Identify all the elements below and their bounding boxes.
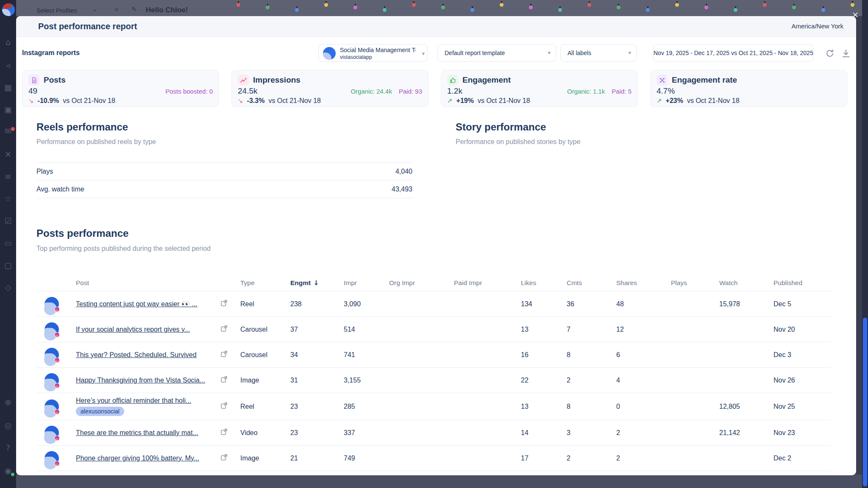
alerts-icon[interactable]: ◎: [0, 421, 16, 430]
cell-type: Image: [240, 377, 290, 384]
cell-published: Dec 2: [773, 455, 832, 462]
vista-social-logo[interactable]: [2, 3, 15, 16]
scrollbar-thumb[interactable]: [863, 318, 867, 486]
chart-icon: [238, 75, 249, 86]
column-header-published[interactable]: Published: [773, 279, 832, 287]
download-icon[interactable]: [841, 48, 851, 58]
post-link[interactable]: If your social analytics report gives y.…: [76, 326, 190, 333]
integrations-icon[interactable]: ◇: [0, 283, 16, 292]
sort-descending-icon: ↓: [313, 279, 319, 287]
metric-change: +19%: [456, 97, 474, 105]
metric-title: Engagement rate: [672, 75, 737, 85]
metric-value: 4.7%: [657, 86, 675, 96]
external-link-icon[interactable]: [220, 454, 228, 461]
chevron-down-icon: ▾: [628, 50, 631, 56]
external-link-icon[interactable]: [220, 376, 228, 383]
column-header-cmts[interactable]: Cmts: [567, 279, 616, 287]
post-link[interactable]: This year? Posted. Scheduled. Survived: [76, 351, 197, 359]
table-row: Testing content just got way easier 👀 ..…: [36, 291, 832, 317]
post-link[interactable]: Happy Thanksgiving from the Vista Socia.…: [76, 377, 205, 384]
cell-published: Nov 20: [773, 326, 832, 333]
table-row: This year? Posted. Scheduled. Survived C…: [36, 342, 832, 368]
notification-badge: [11, 127, 15, 131]
cell-published: Nov 25: [773, 403, 832, 410]
column-header-shares[interactable]: Shares: [616, 279, 671, 287]
edit-icon: ✎: [131, 6, 137, 13]
external-link-icon[interactable]: [220, 428, 228, 435]
greeting-text: Hello Chloe!: [146, 6, 188, 14]
cell-impressions: 749: [344, 455, 389, 462]
metric-extra-label: Paid: 5: [612, 88, 632, 95]
profile-select[interactable]: Social Media Management Toc ▾ vistasocia…: [318, 44, 428, 62]
cell-comments: 8: [567, 403, 616, 410]
column-header-watch[interactable]: Watch: [719, 279, 773, 287]
cell-type: Image: [240, 455, 290, 462]
comparison-period: vs Oct 21-Nov 18: [268, 97, 321, 105]
network-icon: [657, 75, 668, 86]
post-tag: alexusonsocial: [76, 407, 124, 416]
comparison-period: vs Oct 21-Nov 18: [63, 97, 115, 105]
report-template-select[interactable]: Default report template ▾: [437, 44, 556, 62]
chevron-down-icon: ▾: [548, 50, 551, 56]
metric-label: Plays: [36, 168, 53, 175]
metric-value: 49: [28, 86, 37, 96]
cell-comments: 36: [567, 300, 616, 308]
add-icon[interactable]: ⊕: [0, 397, 16, 407]
column-header-org-impr[interactable]: Org Impr: [389, 279, 454, 287]
profile-avatar: [323, 47, 336, 60]
external-link-icon[interactable]: [220, 325, 228, 332]
posts-table: PostTypeEngmt↓ImprOrg ImprPaid ImprLikes…: [36, 274, 832, 471]
media-icon[interactable]: ▣: [0, 105, 16, 114]
column-header-likes[interactable]: Likes: [521, 279, 567, 287]
external-link-icon[interactable]: [220, 299, 228, 307]
compose-icon[interactable]: ✕: [0, 150, 16, 159]
thumbs-up-icon: [447, 75, 458, 86]
external-link-icon[interactable]: [220, 350, 228, 358]
chevron-down-icon: ▾: [422, 50, 425, 57]
calendar-icon[interactable]: ▦: [0, 83, 16, 92]
cell-likes: 14: [521, 429, 567, 437]
notifications-icon[interactable]: ◃: [0, 61, 16, 70]
close-icon[interactable]: ✕: [852, 10, 859, 20]
filter-icon: ≡: [114, 6, 118, 13]
profile-avatar: [45, 373, 59, 388]
post-link[interactable]: These are the metrics that actually mat.…: [76, 429, 198, 437]
trend-arrow-icon: ↗: [657, 97, 662, 105]
scrollbar-track[interactable]: [862, 0, 868, 488]
column-header-paid-impr[interactable]: Paid Impr: [454, 279, 521, 287]
help-icon[interactable]: ?: [0, 443, 16, 452]
cell-watch: 12,805: [719, 403, 773, 410]
instagram-badge-icon: [54, 332, 60, 338]
reels-section-subtitle: Performance on published reels by type: [36, 138, 156, 146]
cell-engagement: 37: [290, 326, 344, 333]
column-header-engmt[interactable]: Engmt↓: [290, 279, 344, 287]
date-range-button[interactable]: Nov 19, 2025 - Dec 17, 2025 vs Oct 21, 2…: [653, 44, 813, 62]
favorites-icon[interactable]: ☆: [0, 194, 16, 203]
instagram-badge-icon: [54, 435, 60, 441]
post-link[interactable]: Here’s your official reminder that holi.…: [76, 397, 191, 405]
post-link[interactable]: Testing content just got way easier 👀 ..…: [76, 300, 198, 308]
labels-select[interactable]: All labels ▾: [560, 44, 637, 62]
apps-icon[interactable]: ▢: [0, 261, 16, 270]
column-header-plays[interactable]: Plays: [671, 279, 719, 287]
metric-title: Posts: [44, 75, 66, 85]
external-link-icon[interactable]: [220, 402, 228, 409]
tasks-icon[interactable]: ☑: [0, 216, 16, 225]
billing-icon[interactable]: ▭: [0, 238, 16, 247]
metric-value: 43,493: [392, 186, 412, 193]
column-header-type[interactable]: Type: [240, 279, 290, 287]
home-icon[interactable]: ⌂: [0, 37, 16, 47]
cell-impressions: 514: [344, 326, 389, 333]
instagram-reports-label: Instagram reports: [22, 49, 80, 57]
queue-icon[interactable]: ≡: [0, 172, 16, 181]
refresh-icon[interactable]: [825, 48, 835, 58]
table-row: Here’s your official reminder that holi.…: [36, 393, 832, 420]
background-header: Select Profiles ⌄ ≡ ✎ Hello Chloe!: [16, 0, 868, 16]
cell-likes: 22: [521, 377, 567, 384]
cell-impressions: 285: [344, 403, 389, 410]
cell-type: Reel: [240, 300, 290, 308]
column-header-impr[interactable]: Impr: [344, 279, 389, 287]
post-link[interactable]: Phone charger giving 100% battery. My...: [76, 455, 199, 462]
document-icon: [28, 75, 39, 86]
column-header-post[interactable]: Post: [76, 279, 220, 287]
